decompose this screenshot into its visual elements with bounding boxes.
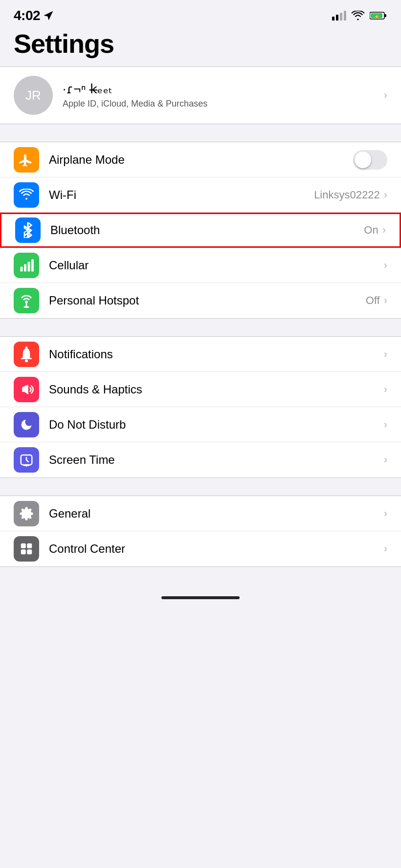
section-general: General › Control Center › xyxy=(0,496,401,567)
status-bar: 4:02 ⚡ xyxy=(0,0,401,24)
screen-time-icon xyxy=(19,453,34,467)
dnd-label: Do Not Disturb xyxy=(49,418,384,432)
notifications-icon xyxy=(20,347,33,362)
screen-time-icon-bg xyxy=(14,447,39,473)
airplane-mode-toggle-thumb xyxy=(355,152,371,168)
svg-rect-7 xyxy=(28,261,30,271)
home-indicator xyxy=(161,596,240,599)
profile-chevron: › xyxy=(384,89,387,102)
hotspot-icon xyxy=(19,293,34,308)
profile-row[interactable]: JR ·ɾ¬ⁿ k̶ₑₑₜ Apple ID, iCloud, Media & … xyxy=(0,66,401,124)
screen-time-chevron: › xyxy=(384,454,387,466)
bottom-spacer xyxy=(0,567,401,596)
wifi-row-icon xyxy=(19,189,34,201)
profile-info: ·ɾ¬ⁿ k̶ₑₑₜ Apple ID, iCloud, Media & Pur… xyxy=(63,82,374,109)
svg-rect-5 xyxy=(21,266,23,271)
section-gap-3 xyxy=(0,478,401,496)
row-screen-time[interactable]: Screen Time › xyxy=(0,442,401,477)
row-dnd[interactable]: Do Not Disturb › xyxy=(0,407,401,442)
svg-rect-2 xyxy=(384,14,386,17)
section-notifications: Notifications › Sounds & Haptics › Do No… xyxy=(0,336,401,478)
svg-marker-15 xyxy=(22,385,28,394)
notifications-label: Notifications xyxy=(49,347,384,361)
svg-rect-22 xyxy=(27,549,32,554)
svg-point-13 xyxy=(25,359,28,362)
general-chevron: › xyxy=(384,507,387,520)
section-connectivity: Airplane Mode Wi-Fi Linksys02222 › xyxy=(0,142,401,319)
bluetooth-icon xyxy=(22,222,33,238)
general-icon-bg xyxy=(14,501,39,526)
notifications-icon-bg xyxy=(14,342,39,367)
status-icons: ⚡ xyxy=(332,11,387,21)
dnd-chevron: › xyxy=(384,418,387,431)
dnd-icon-bg xyxy=(14,412,39,437)
cellular-icon-bg xyxy=(14,253,39,278)
svg-rect-21 xyxy=(21,549,26,554)
hotspot-chevron: › xyxy=(384,294,387,307)
sounds-icon xyxy=(19,382,34,397)
row-personal-hotspot[interactable]: Personal Hotspot Off › xyxy=(0,283,401,318)
svg-marker-0 xyxy=(45,12,52,19)
wifi-value: Linksys02222 xyxy=(314,189,380,201)
home-indicator-area xyxy=(0,596,401,609)
airplane-mode-icon-bg xyxy=(14,147,39,173)
signal-bars-icon xyxy=(332,11,346,21)
svg-rect-20 xyxy=(27,543,32,548)
row-general[interactable]: General › xyxy=(0,496,401,531)
row-cellular[interactable]: Cellular › xyxy=(0,248,401,283)
hotspot-icon-bg xyxy=(14,288,39,313)
control-center-label: Control Center xyxy=(49,542,384,556)
gear-icon xyxy=(19,506,34,521)
svg-rect-8 xyxy=(31,259,34,271)
cellular-icon xyxy=(19,258,34,273)
row-wifi[interactable]: Wi-Fi Linksys02222 › xyxy=(0,177,401,213)
wifi-chevron: › xyxy=(384,189,387,201)
large-title-area: Settings xyxy=(0,24,401,66)
hotspot-label: Personal Hotspot xyxy=(49,294,366,307)
airplane-mode-toggle[interactable] xyxy=(353,150,387,170)
section-gap-2 xyxy=(0,319,401,336)
control-center-icon-bg xyxy=(14,536,39,562)
row-airplane-mode[interactable]: Airplane Mode xyxy=(0,142,401,177)
profile-subtitle: Apple ID, iCloud, Media & Purchases xyxy=(63,99,374,109)
moon-icon xyxy=(20,418,33,432)
svg-text:⚡: ⚡ xyxy=(374,14,380,20)
profile-name: ·ɾ¬ⁿ k̶ₑₑₜ xyxy=(63,82,374,97)
status-time: 4:02 xyxy=(14,8,40,23)
location-icon xyxy=(44,11,53,20)
battery-icon: ⚡ xyxy=(370,11,387,21)
bluetooth-value: On xyxy=(364,224,378,237)
bluetooth-chevron: › xyxy=(382,224,386,237)
row-sounds[interactable]: Sounds & Haptics › xyxy=(0,372,401,407)
svg-rect-14 xyxy=(25,347,28,348)
wifi-label: Wi-Fi xyxy=(49,188,314,202)
svg-rect-19 xyxy=(21,543,26,548)
cellular-label: Cellular xyxy=(49,259,384,272)
bluetooth-label: Bluetooth xyxy=(50,223,364,237)
cellular-chevron: › xyxy=(384,259,387,272)
row-bluetooth[interactable]: Bluetooth On › xyxy=(0,213,401,248)
sounds-label: Sounds & Haptics xyxy=(49,383,384,396)
hotspot-value: Off xyxy=(366,294,380,307)
airplane-mode-label: Airplane Mode xyxy=(49,153,353,167)
section-gap-1 xyxy=(0,124,401,142)
sounds-chevron: › xyxy=(384,383,387,396)
general-label: General xyxy=(49,507,384,521)
bluetooth-icon-bg xyxy=(15,217,41,243)
wifi-icon-bg xyxy=(14,182,39,208)
sounds-icon-bg xyxy=(14,377,39,402)
control-center-icon xyxy=(19,542,34,556)
svg-rect-12 xyxy=(22,358,30,359)
screen-time-label: Screen Time xyxy=(49,453,384,467)
airplane-icon xyxy=(19,152,34,167)
notifications-chevron: › xyxy=(384,348,387,361)
page-title: Settings xyxy=(14,28,387,59)
avatar: JR xyxy=(14,76,53,115)
wifi-icon xyxy=(351,11,365,21)
row-control-center[interactable]: Control Center › xyxy=(0,531,401,566)
row-notifications[interactable]: Notifications › xyxy=(0,337,401,372)
control-center-chevron: › xyxy=(384,542,387,555)
svg-rect-6 xyxy=(24,264,26,271)
